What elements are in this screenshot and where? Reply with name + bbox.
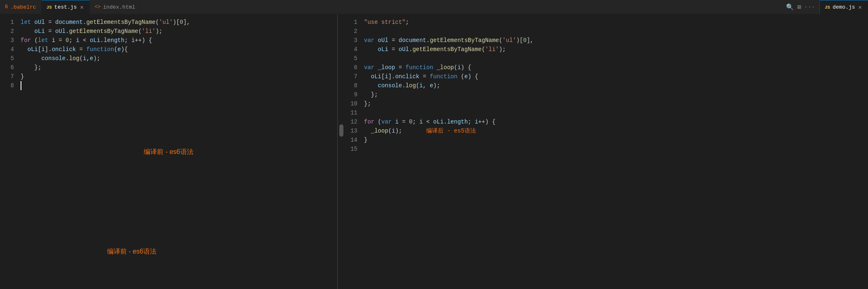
indexhtml-icon: <> xyxy=(95,4,100,10)
search-action-icon[interactable]: 🔍 xyxy=(786,3,794,11)
right-code-line-7: 7 oLi[i].onclick = function (e) { xyxy=(343,72,868,81)
right-line-num-13: 13 xyxy=(343,126,364,135)
right-line-num-6: 6 xyxy=(343,63,364,72)
code-line-5: 5 console.log(i,e); xyxy=(0,54,337,63)
code-line-7: 7 } xyxy=(0,72,337,81)
right-code-line-13: 13 _loop(i); 编译后 - es5语法 xyxy=(343,126,868,135)
left-editor-pane: 1 let oUl = document.getElementsByTagNam… xyxy=(0,14,338,289)
line-num-4: 4 xyxy=(0,45,21,54)
right-code-line-10: 10 }; xyxy=(343,99,868,108)
tab-testjs[interactable]: JS test.js ✕ xyxy=(42,0,90,14)
right-line-num-9: 9 xyxy=(343,90,364,99)
right-line-num-5: 5 xyxy=(343,54,364,63)
line-content-7: } xyxy=(21,72,337,81)
right-code-line-9: 9 }; xyxy=(343,90,868,99)
tab-babelrc-label: .babelrc xyxy=(10,4,36,10)
code-line-3: 3 for (let i = 0; i < oLi.length; i++) { xyxy=(0,36,337,45)
line-num-2: 2 xyxy=(0,27,21,36)
right-line-content-4: oLi = oUl.getElementsByTagName('li'); xyxy=(364,45,868,54)
tab-testjs-label: test.js xyxy=(54,4,77,10)
right-line-content-8: console.log(i, e); xyxy=(364,81,868,90)
right-line-num-12: 12 xyxy=(343,117,364,126)
right-line-content-15 xyxy=(364,144,868,154)
line-num-8: 8 xyxy=(0,81,21,90)
line-num-7: 7 xyxy=(0,72,21,81)
right-code-line-5: 5 xyxy=(343,54,868,63)
right-line-num-3: 3 xyxy=(343,36,364,45)
tab-testjs-close[interactable]: ✕ xyxy=(79,3,84,11)
tab-actions-left: 🔍 ⊞ ··· xyxy=(782,0,819,14)
line-content-6: }; xyxy=(21,63,337,72)
right-line-content-6: var _loop = function _loop(i) { xyxy=(364,63,868,72)
right-line-content-7: oLi[i].onclick = function (e) { xyxy=(364,72,868,81)
right-code-area[interactable]: 1 "use strict"; 2 3 var oUl = document.g… xyxy=(343,14,868,289)
right-line-num-4: 4 xyxy=(343,45,364,54)
right-code-line-4: 4 oLi = oUl.getElementsByTagName('li'); xyxy=(343,45,868,54)
tab-indexhtml-label: index.html xyxy=(103,4,135,10)
code-line-4: 4 oLi[i].onclick = function(e){ xyxy=(0,45,337,54)
tab-indexhtml[interactable]: <> index.html xyxy=(90,0,140,14)
right-code-line-2: 2 xyxy=(343,27,868,36)
code-line-8: 8 xyxy=(0,81,337,90)
right-line-num-7: 7 xyxy=(343,72,364,81)
testjs-icon: JS xyxy=(47,5,52,10)
main-content: 1 let oUl = document.getElementsByTagNam… xyxy=(0,14,868,289)
line-num-1: 1 xyxy=(0,18,21,27)
right-line-content-3: var oUl = document.getElementsByTagName(… xyxy=(364,36,868,45)
line-content-3: for (let i = 0; i < oLi.length; i++) { xyxy=(21,36,337,45)
right-code-line-11: 11 xyxy=(343,108,868,117)
code-line-1: 1 let oUl = document.getElementsByTagNam… xyxy=(0,18,337,27)
line-content-2: oLi = oUl.getElementsByTagName('li'); xyxy=(21,27,337,36)
right-code-line-12: 12 for (var i = 0; i < oLi.length; i++) … xyxy=(343,117,868,126)
right-code-line-15: 15 xyxy=(343,144,868,154)
right-line-num-1: 1 xyxy=(343,18,364,27)
tab-demojs-label: demo.js xyxy=(833,4,855,10)
line-num-3: 3 xyxy=(0,36,21,45)
right-line-content-2 xyxy=(364,27,868,36)
more-action-icon[interactable]: ··· xyxy=(804,4,815,10)
right-code-line-8: 8 console.log(i, e); xyxy=(343,81,868,90)
left-annotation: 编译前 - es6语法 xyxy=(0,140,337,161)
right-line-content-1: "use strict"; xyxy=(364,18,868,27)
right-code-line-14: 14 } xyxy=(343,135,868,144)
right-line-num-14: 14 xyxy=(343,135,364,144)
code-line-2: 2 oLi = oUl.getElementsByTagName('li'); xyxy=(0,27,337,36)
right-line-content-11 xyxy=(364,108,868,117)
right-line-content-5 xyxy=(364,54,868,63)
split-action-icon[interactable]: ⊞ xyxy=(797,3,801,11)
tab-bar-left: 6 .babelrc JS test.js ✕ <> index.html 🔍 … xyxy=(0,0,868,14)
right-line-num-8: 8 xyxy=(343,81,364,90)
right-line-content-10: }; xyxy=(364,99,868,108)
line-content-4: oLi[i].onclick = function(e){ xyxy=(21,45,337,54)
left-scrollbar[interactable] xyxy=(338,14,343,289)
right-code-line-1: 1 "use strict"; xyxy=(343,18,868,27)
babelrc-icon: 6 xyxy=(5,4,8,10)
right-line-num-2: 2 xyxy=(343,27,364,36)
line-content-5: console.log(i,e); xyxy=(21,54,337,63)
right-editor-pane: 1 "use strict"; 2 3 var oUl = document.g… xyxy=(343,14,868,289)
line-num-5: 5 xyxy=(0,54,21,63)
right-line-num-11: 11 xyxy=(343,108,364,117)
right-code-line-6: 6 var _loop = function _loop(i) { xyxy=(343,63,868,72)
scrollbar-thumb[interactable] xyxy=(339,124,343,137)
right-line-num-10: 10 xyxy=(343,99,364,108)
right-line-content-12: for (var i = 0; i < oLi.length; i++) { xyxy=(364,117,868,126)
tab-demojs-close[interactable]: ✕ xyxy=(858,3,863,11)
right-line-content-14: } xyxy=(364,135,868,144)
code-line-6: 6 }; xyxy=(0,63,337,72)
right-line-content-9: }; xyxy=(364,90,868,99)
demojs-icon: JS xyxy=(825,5,830,10)
tab-demojs[interactable]: JS demo.js ✕ xyxy=(820,0,868,14)
line-content-8 xyxy=(21,81,337,90)
tab-babelrc[interactable]: 6 .babelrc xyxy=(0,0,42,14)
line-num-6: 6 xyxy=(0,63,21,72)
right-line-content-13: _loop(i); 编译后 - es5语法 xyxy=(364,126,868,135)
line-content-1: let oUl = document.getElementsByTagName(… xyxy=(21,18,337,27)
right-code-line-3: 3 var oUl = document.getElementsByTagNam… xyxy=(343,36,868,45)
right-line-num-15: 15 xyxy=(343,144,364,154)
left-code-area[interactable]: 1 let oUl = document.getElementsByTagNam… xyxy=(0,14,337,289)
